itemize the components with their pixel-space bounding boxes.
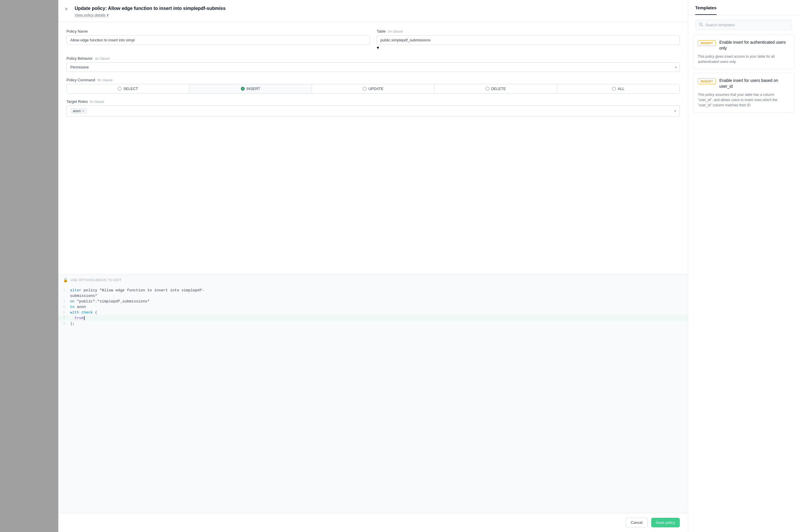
code-editor-header-label: USE OPTIONS ABOVE TO EDIT: [71, 278, 122, 282]
policy-name-input[interactable]: [67, 35, 370, 45]
svg-line-1: [702, 25, 703, 26]
radio-select[interactable]: SELECT: [67, 84, 189, 93]
tag-anon: anon ×: [70, 108, 87, 114]
table-chevron-icon: ▾: [377, 45, 379, 50]
chevron-down-icon: ▾: [107, 13, 109, 17]
text-cursor: [84, 316, 85, 320]
line-content-1b: submissions": [70, 294, 688, 298]
line-number-1: 1: [58, 288, 70, 292]
code-line-1b: submissions": [58, 293, 688, 299]
template-card-1[interactable]: INSERT Enable insert for authenticated u…: [693, 35, 794, 69]
radio-delete[interactable]: DELETE: [435, 84, 557, 93]
line-content-2: on "public"."simplepdf_submissions": [70, 299, 688, 304]
templates-search-bar[interactable]: [695, 20, 792, 30]
form-row-policy-command: Policy Command for clause SELECT: [67, 78, 680, 94]
radio-update[interactable]: UPDATE: [312, 84, 435, 93]
modal-form-area: × Update policy: Allow edge function to …: [58, 0, 688, 532]
policy-behavior-as-clause: as clause: [95, 57, 110, 61]
code-editor-header: 🔒 USE OPTIONS ABOVE TO EDIT: [58, 275, 688, 285]
modal-panel: × Update policy: Allow edge function to …: [58, 0, 799, 532]
cancel-button[interactable]: Cancel: [626, 518, 647, 527]
table-label: Table on clause: [377, 29, 680, 34]
line-content-6: with check (: [70, 310, 688, 315]
templates-title: Templates: [695, 5, 716, 15]
form-group-policy-command: Policy Command for clause SELECT: [67, 78, 680, 94]
line-number-6: 6: [58, 310, 70, 315]
code-line-8: 8 );: [58, 321, 688, 326]
code-line-6: 6 with check (: [58, 310, 688, 315]
radio-delete-label: DELETE: [491, 87, 506, 91]
code-line-5: 5 to anon: [58, 304, 688, 310]
policy-behavior-select[interactable]: Permissive Restrictive: [67, 62, 680, 72]
form-row-policy-behavior: Policy Behavior as clause Permissive Res…: [67, 56, 680, 72]
radio-all-label: ALL: [618, 87, 624, 91]
templates-panel: Templates INSERT: [688, 0, 799, 532]
tag-anon-label: anon: [73, 109, 81, 113]
search-icon: [699, 22, 703, 27]
line-content-7[interactable]: true: [70, 316, 688, 320]
line-number-5: 5: [58, 305, 70, 309]
radio-all-input[interactable]: [612, 87, 616, 91]
line-content-8: );: [70, 321, 688, 326]
table-select-wrapper: public.simplepdf_submissions ▾: [377, 35, 680, 51]
line-number-7: 7: [58, 316, 70, 320]
templates-header: Templates: [688, 0, 799, 15]
template-card-2-header: INSERT Enable insert for users based on …: [698, 78, 789, 89]
radio-select-input[interactable]: [118, 87, 122, 91]
view-policy-details-link[interactable]: View policy details ▾: [67, 13, 680, 17]
policy-command-label: Policy Command for clause: [67, 78, 680, 82]
radio-insert-input[interactable]: [241, 87, 244, 91]
tag-anon-remove[interactable]: ×: [82, 109, 84, 113]
radio-delete-input[interactable]: [486, 87, 489, 91]
code-line-1: 1 alter policy "Allow edge function to i…: [58, 288, 688, 293]
line-number-8: 8: [58, 321, 70, 326]
modal-title: Update policy: Allow edge function to in…: [67, 6, 680, 11]
modal-header: × Update policy: Allow edge function to …: [58, 0, 688, 22]
radio-insert-label: INSERT: [247, 87, 260, 91]
form-group-policy-name: Policy Name: [67, 29, 370, 51]
template-card-1-description: This policy gives insert access to your …: [698, 54, 789, 64]
modal-footer: Cancel Save policy: [58, 513, 688, 532]
policy-behavior-select-wrapper: Permissive Restrictive ▾: [67, 62, 680, 72]
form-group-policy-behavior: Policy Behavior as clause Permissive Res…: [67, 56, 680, 72]
save-policy-button[interactable]: Save policy: [651, 518, 680, 527]
templates-list: INSERT Enable insert for authenticated u…: [688, 35, 799, 113]
template-card-1-title: Enable insert for authenticated users on…: [720, 40, 789, 51]
table-on-clause: on clause: [388, 30, 403, 34]
tags-chevron-icon: ▾: [674, 109, 676, 113]
code-editor: 🔒 USE OPTIONS ABOVE TO EDIT 1 alter poli…: [58, 274, 688, 513]
target-roles-to-clause: to clause: [90, 100, 104, 104]
template-card-2-title: Enable insert for users based on user_id: [720, 78, 789, 89]
template-card-2[interactable]: INSERT Enable insert for users based on …: [693, 73, 794, 113]
code-content: 1 alter policy "Allow edge function to i…: [58, 285, 688, 329]
radio-update-input[interactable]: [363, 87, 366, 91]
policy-behavior-label: Policy Behavior as clause: [67, 56, 680, 61]
template-card-1-badge: INSERT: [698, 40, 716, 46]
modal-body: Policy Name Table on clause public.simpl…: [58, 22, 688, 274]
template-card-1-header: INSERT Enable insert for authenticated u…: [698, 40, 789, 51]
lock-icon: 🔒: [63, 278, 68, 282]
code-line-7: 7 true: [58, 315, 688, 321]
sidebar: [0, 0, 58, 532]
radio-insert[interactable]: INSERT: [189, 84, 312, 93]
target-roles-tags-input[interactable]: anon × ▾: [67, 106, 680, 116]
line-content-1: alter policy "Allow edge function to ins…: [70, 288, 688, 292]
line-number-2: 2: [58, 299, 70, 304]
radio-all[interactable]: ALL: [557, 84, 679, 93]
form-row-policy-name-table: Policy Name Table on clause public.simpl…: [67, 29, 680, 51]
radio-update-label: UPDATE: [368, 87, 383, 91]
table-select[interactable]: public.simplepdf_submissions: [377, 35, 680, 45]
policy-command-radio-group: SELECT INSERT UPDATE: [67, 84, 680, 94]
radio-select-label: SELECT: [123, 87, 138, 91]
policy-command-for-clause: for clause: [97, 78, 112, 82]
form-group-table: Table on clause public.simplepdf_submiss…: [377, 29, 680, 51]
form-group-target-roles: Target Roles to clause anon × ▾: [67, 99, 680, 116]
templates-search-input[interactable]: [705, 23, 788, 27]
target-roles-label: Target Roles to clause: [67, 99, 680, 104]
code-line-2: 2 on "public"."simplepdf_submissions": [58, 299, 688, 304]
template-card-2-badge: INSERT: [698, 78, 716, 84]
modal-backdrop: × Update policy: Allow edge function to …: [58, 0, 799, 532]
view-policy-details-label: View policy details: [75, 13, 106, 17]
template-card-2-description: This policy assumes that your table has …: [698, 92, 789, 108]
close-button[interactable]: ×: [63, 5, 69, 13]
